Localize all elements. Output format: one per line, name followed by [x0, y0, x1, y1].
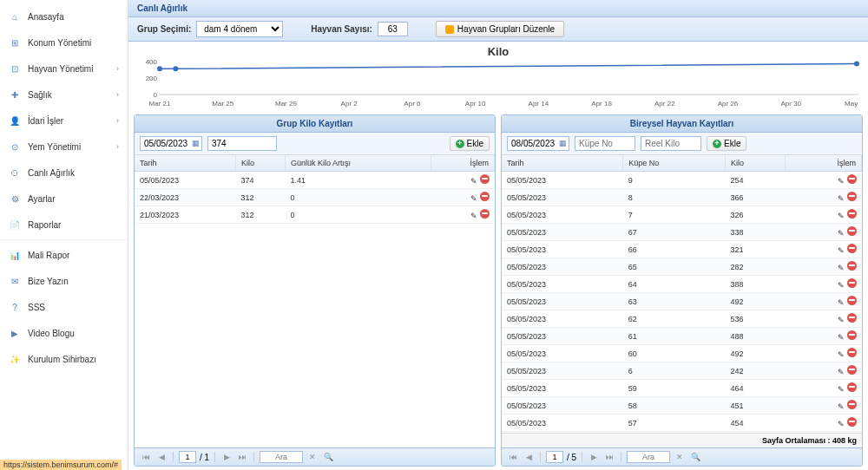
- table-row[interactable]: 05/05/20238366✎: [502, 189, 862, 206]
- table-row[interactable]: 21/03/20233120✎: [135, 206, 495, 224]
- column-header[interactable]: İşlem: [431, 155, 495, 172]
- edit-groups-button[interactable]: Hayvan Grupları Düzenle: [436, 21, 564, 37]
- column-header[interactable]: Tarih: [502, 155, 623, 172]
- column-header[interactable]: İşlem: [785, 155, 861, 172]
- delete-icon[interactable]: [847, 278, 857, 288]
- delete-icon[interactable]: [847, 226, 857, 236]
- table-row[interactable]: 05/05/202358451✎: [502, 397, 862, 415]
- edit-icon[interactable]: ✎: [836, 177, 845, 186]
- sidebar-item[interactable]: ⊡Hayvan Yönetimi›: [0, 55, 128, 82]
- pager-search[interactable]: [260, 451, 303, 463]
- group-kilo-input[interactable]: [207, 136, 277, 151]
- edit-icon[interactable]: ✎: [469, 212, 477, 220]
- pager-last[interactable]: ⏭: [603, 451, 615, 463]
- group-add-button[interactable]: +Ekle: [450, 136, 490, 151]
- pager-first[interactable]: ⏮: [140, 451, 152, 463]
- count-input[interactable]: [378, 22, 408, 36]
- column-header[interactable]: Günlük Kilo Artışı: [286, 155, 431, 172]
- sidebar-item[interactable]: 📄Raporlar: [0, 212, 128, 238]
- column-header[interactable]: Tarih: [135, 155, 235, 172]
- table-row[interactable]: 05/05/20239254✎: [502, 172, 862, 189]
- delete-icon[interactable]: [480, 174, 490, 184]
- table-row[interactable]: 05/05/202357454✎: [502, 415, 862, 432]
- delete-icon[interactable]: [847, 348, 857, 357]
- sidebar-item[interactable]: ▶Video Blogu: [0, 320, 128, 346]
- table-row[interactable]: 22/03/20233120✎: [135, 189, 495, 206]
- delete-icon[interactable]: [847, 365, 857, 375]
- table-row[interactable]: 05/05/202365282✎: [502, 258, 862, 276]
- sidebar-item[interactable]: ⌂Anasayfa: [0, 3, 128, 29]
- search-icon[interactable]: 🔍: [689, 451, 701, 463]
- table-row[interactable]: 05/05/202367338✎: [502, 224, 862, 241]
- pager-search[interactable]: [627, 451, 670, 463]
- sidebar-item[interactable]: ✚Sağlık›: [0, 82, 128, 108]
- column-header[interactable]: Kilo: [235, 155, 285, 172]
- pager-prev[interactable]: ◀: [155, 451, 168, 463]
- pager-page-input[interactable]: [546, 451, 563, 463]
- table-row[interactable]: 05/05/20233741.41✎: [135, 172, 495, 189]
- pager-last[interactable]: ⏭: [236, 451, 248, 463]
- indiv-kupe-input[interactable]: [575, 136, 635, 151]
- edit-icon[interactable]: ✎: [836, 298, 845, 307]
- edit-icon[interactable]: ✎: [836, 212, 845, 220]
- indiv-add-button[interactable]: +Ekle: [707, 136, 746, 151]
- clear-icon[interactable]: ✕: [674, 451, 686, 463]
- sidebar-item[interactable]: ✨Kurulum Sihirbazı: [0, 346, 128, 372]
- sidebar-item[interactable]: ⊞Konum Yönetimi: [0, 29, 128, 55]
- sidebar-item[interactable]: ?SSS: [0, 294, 128, 320]
- pager-next[interactable]: ▶: [588, 451, 600, 463]
- edit-icon[interactable]: ✎: [836, 350, 845, 359]
- clear-icon[interactable]: ✕: [306, 451, 319, 463]
- pager-first[interactable]: ⏮: [507, 451, 519, 463]
- sidebar-item[interactable]: ⏲Canlı Ağırlık: [0, 160, 128, 186]
- sidebar-item[interactable]: 📊Mali Rapor: [0, 242, 128, 268]
- edit-icon[interactable]: ✎: [836, 264, 845, 272]
- search-icon[interactable]: 🔍: [322, 451, 334, 463]
- pager-prev[interactable]: ◀: [523, 451, 535, 463]
- column-header[interactable]: Küpe No: [623, 155, 726, 172]
- delete-icon[interactable]: [847, 192, 857, 201]
- table-row[interactable]: 05/05/202360492✎: [502, 345, 862, 362]
- table-row[interactable]: 05/05/20237326✎: [502, 206, 862, 224]
- delete-icon[interactable]: [847, 313, 857, 323]
- edit-icon[interactable]: ✎: [836, 229, 845, 238]
- sidebar-item[interactable]: ✉Bize Yazın: [0, 268, 128, 294]
- table-row[interactable]: 05/05/202366321✎: [502, 241, 862, 258]
- pager-next[interactable]: ▶: [220, 451, 233, 463]
- table-row[interactable]: 05/05/202364388✎: [502, 276, 862, 293]
- edit-icon[interactable]: ✎: [836, 333, 845, 342]
- edit-icon[interactable]: ✎: [836, 316, 845, 324]
- table-row[interactable]: 05/05/202361488✎: [502, 328, 862, 345]
- group-select[interactable]: dam 4 dönem: [196, 21, 283, 37]
- calendar-icon[interactable]: ▦: [559, 139, 567, 147]
- pager-page-input[interactable]: [179, 451, 196, 463]
- delete-icon[interactable]: [847, 244, 857, 253]
- edit-icon[interactable]: ✎: [836, 246, 845, 255]
- sidebar-item[interactable]: 👤İdari İşler›: [0, 108, 128, 134]
- edit-icon[interactable]: ✎: [836, 368, 845, 376]
- delete-icon[interactable]: [847, 209, 857, 219]
- delete-icon[interactable]: [480, 209, 490, 219]
- delete-icon[interactable]: [847, 382, 857, 392]
- delete-icon[interactable]: [847, 296, 857, 305]
- edit-icon[interactable]: ✎: [469, 177, 477, 186]
- table-row[interactable]: 05/05/202363492✎: [502, 293, 862, 310]
- sidebar-item[interactable]: ⚙Ayarlar: [0, 186, 128, 212]
- delete-icon[interactable]: [847, 174, 857, 184]
- edit-icon[interactable]: ✎: [836, 420, 845, 428]
- edit-icon[interactable]: ✎: [836, 194, 845, 203]
- delete-icon[interactable]: [847, 261, 857, 271]
- delete-icon[interactable]: [847, 330, 857, 340]
- delete-icon[interactable]: [480, 192, 490, 201]
- table-row[interactable]: 05/05/20236242✎: [502, 362, 862, 380]
- delete-icon[interactable]: [847, 400, 857, 409]
- edit-icon[interactable]: ✎: [836, 281, 845, 290]
- edit-icon[interactable]: ✎: [836, 402, 845, 411]
- table-row[interactable]: 05/05/202359464✎: [502, 380, 862, 397]
- delete-icon[interactable]: [847, 417, 857, 427]
- column-header[interactable]: Kilo: [726, 155, 786, 172]
- sidebar-item[interactable]: ⊙Yem Yönetimi›: [0, 134, 128, 160]
- edit-icon[interactable]: ✎: [836, 385, 845, 394]
- indiv-kilo-input[interactable]: [641, 136, 701, 151]
- calendar-icon[interactable]: ▦: [192, 139, 200, 147]
